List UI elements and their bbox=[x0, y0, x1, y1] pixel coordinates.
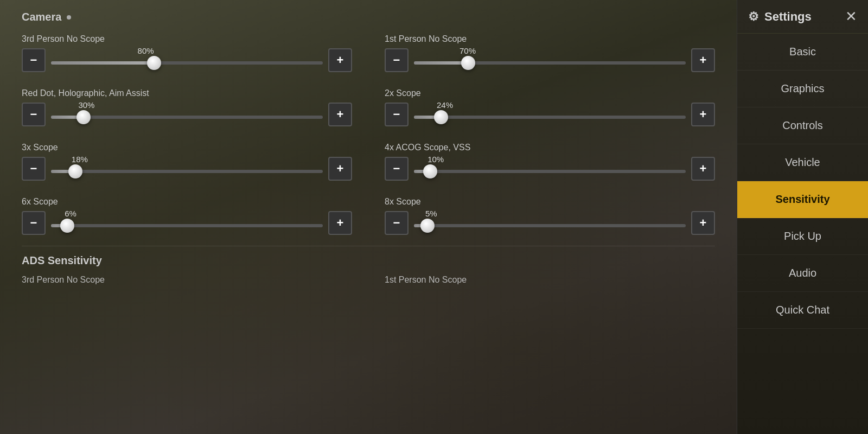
slider-row-third-person-no-scope: −80%+ bbox=[22, 48, 352, 72]
slider-group-red-dot-holographic: Red Dot, Holographic, Aim Assist−30%+ bbox=[22, 88, 352, 126]
ads-sublabels: 3rd Person No Scope 1st Person No Scope bbox=[22, 275, 715, 285]
nav-item-sensitivity[interactable]: Sensitivity bbox=[737, 181, 868, 218]
slider-container-third-person-no-scope[interactable]: 80% bbox=[51, 48, 323, 72]
ads-title: ADS Sensitivity bbox=[22, 254, 102, 267]
minus-button-red-dot-holographic[interactable]: − bbox=[22, 103, 46, 126]
nav-items: BasicGraphicsControlsVehicleSensitivityP… bbox=[737, 34, 868, 434]
slider-group-2x-scope: 2x Scope−24%+ bbox=[385, 88, 715, 126]
ads-label-0: 3rd Person No Scope bbox=[22, 275, 352, 285]
slider-value-2x-scope: 24% bbox=[437, 100, 453, 110]
plus-button-8x-scope[interactable]: + bbox=[691, 211, 715, 235]
ads-section: ADS Sensitivity 3rd Person No Scope 1st … bbox=[22, 246, 715, 285]
slider-container-6x-scope[interactable]: 6% bbox=[51, 211, 323, 235]
slider-value-4x-acog-scope: 10% bbox=[427, 155, 444, 164]
sidebar: ⚙ Settings ✕ BasicGraphicsControlsVehicl… bbox=[737, 0, 868, 434]
slider-track-third-person-no-scope bbox=[51, 61, 323, 65]
slider-container-4x-acog-scope[interactable]: 10% bbox=[414, 157, 686, 181]
ads-label-1: 1st Person No Scope bbox=[385, 275, 715, 285]
slider-thumb-6x-scope[interactable] bbox=[60, 219, 74, 233]
slider-label-3x-scope: 3x Scope bbox=[22, 143, 352, 152]
slider-row-2x-scope: −24%+ bbox=[385, 103, 715, 126]
slider-container-3x-scope[interactable]: 18% bbox=[51, 157, 323, 181]
nav-item-pickup[interactable]: Pick Up bbox=[737, 218, 868, 255]
slider-value-6x-scope: 6% bbox=[65, 209, 76, 218]
slider-thumb-third-person-no-scope[interactable] bbox=[147, 56, 161, 70]
slider-thumb-2x-scope[interactable] bbox=[434, 110, 448, 124]
slider-group-third-person-no-scope: 3rd Person No Scope−80%+ bbox=[22, 34, 352, 72]
slider-label-first-person-no-scope: 1st Person No Scope bbox=[385, 34, 715, 44]
plus-button-6x-scope[interactable]: + bbox=[328, 211, 352, 235]
camera-dot bbox=[67, 15, 71, 20]
gear-icon: ⚙ bbox=[748, 10, 759, 24]
slider-row-red-dot-holographic: −30%+ bbox=[22, 103, 352, 126]
main-panel: Camera 3rd Person No Scope−80%+1st Perso… bbox=[0, 0, 737, 434]
slider-value-8x-scope: 5% bbox=[425, 209, 437, 218]
nav-item-vehicle[interactable]: Vehicle bbox=[737, 144, 868, 181]
plus-button-first-person-no-scope[interactable]: + bbox=[691, 48, 715, 72]
slider-container-first-person-no-scope[interactable]: 70% bbox=[414, 48, 686, 72]
slider-group-4x-acog-scope: 4x ACOG Scope, VSS−10%+ bbox=[385, 143, 715, 181]
nav-item-controls[interactable]: Controls bbox=[737, 107, 868, 144]
plus-button-third-person-no-scope[interactable]: + bbox=[328, 48, 352, 72]
settings-label: Settings bbox=[764, 10, 812, 24]
slider-row-3x-scope: −18%+ bbox=[22, 157, 352, 181]
slider-row-first-person-no-scope: −70%+ bbox=[385, 48, 715, 72]
close-icon[interactable]: ✕ bbox=[845, 8, 857, 25]
slider-row-4x-acog-scope: −10%+ bbox=[385, 157, 715, 181]
nav-item-audio[interactable]: Audio bbox=[737, 255, 868, 292]
nav-item-quickchat[interactable]: Quick Chat bbox=[737, 292, 868, 329]
slider-value-first-person-no-scope: 70% bbox=[459, 46, 476, 55]
slider-container-red-dot-holographic[interactable]: 30% bbox=[51, 103, 323, 126]
plus-button-2x-scope[interactable]: + bbox=[691, 103, 715, 126]
slider-fill-third-person-no-scope bbox=[51, 61, 154, 65]
slider-thumb-8x-scope[interactable] bbox=[420, 219, 435, 233]
slider-row-8x-scope: −5%+ bbox=[385, 211, 715, 235]
minus-button-4x-acog-scope[interactable]: − bbox=[385, 157, 409, 181]
slider-value-red-dot-holographic: 30% bbox=[78, 100, 94, 110]
slider-thumb-3x-scope[interactable] bbox=[68, 164, 82, 178]
minus-button-3x-scope[interactable]: − bbox=[22, 157, 46, 181]
slider-group-3x-scope: 3x Scope−18%+ bbox=[22, 143, 352, 181]
slider-value-3x-scope: 18% bbox=[72, 155, 88, 164]
slider-fill-first-person-no-scope bbox=[414, 61, 468, 65]
ads-section-header: ADS Sensitivity bbox=[22, 246, 715, 267]
slider-group-6x-scope: 6x Scope−6%+ bbox=[22, 197, 352, 235]
slider-group-8x-scope: 8x Scope−5%+ bbox=[385, 197, 715, 235]
sliders-grid: 3rd Person No Scope−80%+1st Person No Sc… bbox=[22, 34, 715, 235]
slider-label-third-person-no-scope: 3rd Person No Scope bbox=[22, 34, 352, 44]
slider-track-3x-scope bbox=[51, 170, 323, 173]
slider-label-red-dot-holographic: Red Dot, Holographic, Aim Assist bbox=[22, 88, 352, 98]
slider-thumb-first-person-no-scope[interactable] bbox=[461, 56, 475, 70]
minus-button-8x-scope[interactable]: − bbox=[385, 211, 409, 235]
slider-container-8x-scope[interactable]: 5% bbox=[414, 211, 686, 235]
plus-button-red-dot-holographic[interactable]: + bbox=[328, 103, 352, 126]
slider-track-6x-scope bbox=[51, 224, 323, 227]
camera-section-header: Camera bbox=[22, 11, 715, 23]
slider-track-4x-acog-scope bbox=[414, 170, 686, 173]
slider-label-8x-scope: 8x Scope bbox=[385, 197, 715, 207]
slider-label-2x-scope: 2x Scope bbox=[385, 88, 715, 98]
slider-track-2x-scope bbox=[414, 116, 686, 119]
slider-row-6x-scope: −6%+ bbox=[22, 211, 352, 235]
slider-label-4x-acog-scope: 4x ACOG Scope, VSS bbox=[385, 143, 715, 152]
plus-button-3x-scope[interactable]: + bbox=[328, 157, 352, 181]
nav-item-graphics[interactable]: Graphics bbox=[737, 71, 868, 107]
slider-track-8x-scope bbox=[414, 224, 686, 227]
plus-button-4x-acog-scope[interactable]: + bbox=[691, 157, 715, 181]
slider-container-2x-scope[interactable]: 24% bbox=[414, 103, 686, 126]
minus-button-third-person-no-scope[interactable]: − bbox=[22, 48, 46, 72]
slider-value-third-person-no-scope: 80% bbox=[138, 46, 154, 55]
camera-title: Camera bbox=[22, 11, 61, 23]
minus-button-6x-scope[interactable]: − bbox=[22, 211, 46, 235]
sidebar-header: ⚙ Settings ✕ bbox=[737, 0, 868, 34]
minus-button-first-person-no-scope[interactable]: − bbox=[385, 48, 409, 72]
slider-group-first-person-no-scope: 1st Person No Scope−70%+ bbox=[385, 34, 715, 72]
slider-thumb-red-dot-holographic[interactable] bbox=[76, 110, 91, 124]
slider-label-6x-scope: 6x Scope bbox=[22, 197, 352, 207]
slider-thumb-4x-acog-scope[interactable] bbox=[423, 164, 437, 178]
minus-button-2x-scope[interactable]: − bbox=[385, 103, 409, 126]
slider-track-red-dot-holographic bbox=[51, 116, 323, 119]
settings-title: ⚙ Settings bbox=[748, 10, 812, 24]
nav-item-basic[interactable]: Basic bbox=[737, 34, 868, 71]
slider-track-first-person-no-scope bbox=[414, 61, 686, 65]
